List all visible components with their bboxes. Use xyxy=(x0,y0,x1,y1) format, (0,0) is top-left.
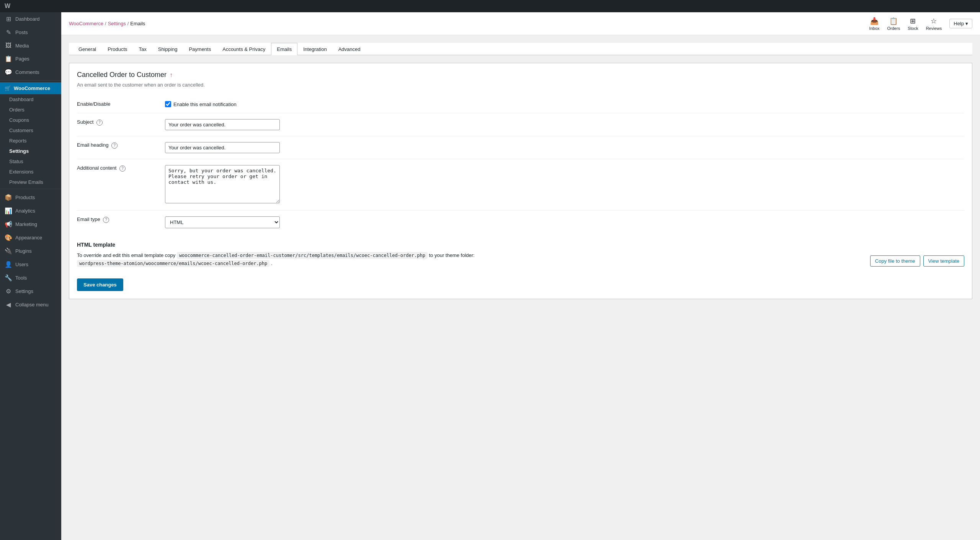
plugins-icon: 🔌 xyxy=(5,247,12,255)
sidebar-item-label: Collapse menu xyxy=(15,302,49,308)
sidebar-item-tools[interactable]: 🔧 Tools xyxy=(0,271,61,285)
breadcrumb-current: Emails xyxy=(130,21,145,26)
tab-tax[interactable]: Tax xyxy=(133,43,152,55)
sidebar-item-pages[interactable]: 📋 Pages xyxy=(0,52,61,65)
inbox-icon: 📥 xyxy=(870,17,879,25)
tab-shipping[interactable]: Shipping xyxy=(152,43,183,55)
sidebar-item-woo-customers[interactable]: Customers xyxy=(0,125,61,136)
comments-icon: 💬 xyxy=(5,69,12,76)
breadcrumb-settings[interactable]: Settings xyxy=(108,21,126,26)
form-title-text: Cancelled Order to Customer xyxy=(77,71,167,79)
section-description: An email sent to the customer when an or… xyxy=(77,82,964,88)
sidebar-item-woo-settings[interactable]: Settings xyxy=(0,146,61,156)
sidebar-item-comments[interactable]: 💬 Comments xyxy=(0,65,61,79)
view-template-button[interactable]: View template xyxy=(923,255,964,267)
help-label: Help xyxy=(954,21,964,26)
orders-label: Orders xyxy=(887,26,900,31)
sidebar-item-woo-status[interactable]: Status xyxy=(0,156,61,167)
additional-content-help-icon[interactable]: ? xyxy=(119,165,126,172)
woo-label: WooCommerce xyxy=(14,85,50,91)
inbox-action[interactable]: 📥 Inbox xyxy=(869,17,880,31)
marketing-icon: 📢 xyxy=(5,221,12,228)
tab-general[interactable]: General xyxy=(73,43,102,55)
settings-icon: ⚙ xyxy=(5,288,12,295)
breadcrumb-woocommerce[interactable]: WooCommerce xyxy=(69,21,103,26)
enable-checkbox-label[interactable]: Enable this email notification xyxy=(165,101,960,107)
section-title: Cancelled Order to Customer ↑ xyxy=(77,71,964,79)
sidebar-item-woo-preview-emails[interactable]: Preview Emails xyxy=(0,177,61,187)
tab-integration[interactable]: Integration xyxy=(297,43,332,55)
sidebar-item-woo-reports[interactable]: Reports xyxy=(0,136,61,146)
sidebar-item-appearance[interactable]: 🎨 Appearance xyxy=(0,231,61,244)
tab-accounts-privacy[interactable]: Accounts & Privacy xyxy=(217,43,271,55)
sidebar: ⊞ Dashboard ✎ Posts 🖼 Media 📋 Pages 💬 Co… xyxy=(0,12,61,540)
reviews-action[interactable]: ☆ Reviews xyxy=(926,17,942,31)
email-heading-input[interactable] xyxy=(165,142,280,153)
top-header: WooCommerce / Settings / Emails 📥 Inbox … xyxy=(61,12,980,35)
enable-checkbox[interactable] xyxy=(165,101,171,107)
settings-tabs: General Products Tax Shipping Payments A… xyxy=(69,43,972,55)
template-section-title: HTML template xyxy=(77,242,964,248)
appearance-icon: 🎨 xyxy=(5,234,12,241)
sidebar-item-users[interactable]: 👤 Users xyxy=(0,258,61,271)
email-type-select[interactable]: HTML Plain text Multipart xyxy=(165,216,280,228)
tab-payments[interactable]: Payments xyxy=(183,43,217,55)
breadcrumb-sep-2: / xyxy=(127,21,129,26)
stock-icon: ⊞ xyxy=(910,17,916,25)
dashboard-icon: ⊞ xyxy=(5,15,12,23)
sidebar-item-dashboard[interactable]: ⊞ Dashboard xyxy=(0,12,61,26)
sidebar-item-collapse[interactable]: ◀ Collapse menu xyxy=(0,298,61,311)
back-icon[interactable]: ↑ xyxy=(170,72,173,79)
sidebar-item-label: Settings xyxy=(15,288,33,294)
woocommerce-header[interactable]: 🛒 WooCommerce xyxy=(0,82,61,94)
help-button[interactable]: Help ▾ xyxy=(949,19,972,28)
stock-action[interactable]: ⊞ Stock xyxy=(908,17,918,31)
sidebar-item-plugins[interactable]: 🔌 Plugins xyxy=(0,244,61,258)
form-section: Cancelled Order to Customer ↑ An email s… xyxy=(69,63,972,299)
email-heading-label: Email heading xyxy=(77,142,108,148)
sidebar-item-label: Posts xyxy=(15,29,28,35)
template-path-row: To override and edit this email template… xyxy=(77,252,964,271)
table-row-subject: Subject ? xyxy=(77,113,964,136)
email-type-help-icon[interactable]: ? xyxy=(103,217,109,223)
period-text: . xyxy=(271,260,273,266)
copy-file-button[interactable]: Copy file to theme xyxy=(870,255,920,267)
sidebar-item-woo-dashboard[interactable]: Dashboard xyxy=(0,94,61,105)
sidebar-item-products[interactable]: 📦 Products xyxy=(0,191,61,204)
table-row-enable: Enable/Disable Enable this email notific… xyxy=(77,95,964,113)
sidebar-item-posts[interactable]: ✎ Posts xyxy=(0,26,61,39)
email-heading-help-icon[interactable]: ? xyxy=(111,142,118,149)
sidebar-item-label: Products xyxy=(15,195,35,200)
posts-icon: ✎ xyxy=(5,29,12,36)
sidebar-item-label: Comments xyxy=(15,69,39,75)
sidebar-item-label: Plugins xyxy=(15,248,32,254)
additional-content-textarea[interactable]: Sorry, but your order was cancelled. Ple… xyxy=(165,165,280,203)
orders-icon: 📋 xyxy=(889,17,898,25)
tab-emails[interactable]: Emails xyxy=(271,43,297,55)
additional-content-label: Additional content xyxy=(77,165,116,171)
sidebar-item-analytics[interactable]: 📊 Analytics xyxy=(0,204,61,218)
admin-bar: W xyxy=(0,0,980,12)
pages-icon: 📋 xyxy=(5,55,12,62)
subject-help-icon[interactable]: ? xyxy=(96,119,103,126)
subject-input[interactable] xyxy=(165,119,280,130)
users-icon: 👤 xyxy=(5,261,12,268)
wp-logo: W xyxy=(5,3,10,10)
sidebar-item-label: Pages xyxy=(15,56,29,62)
subject-label: Subject xyxy=(77,119,93,125)
save-changes-button[interactable]: Save changes xyxy=(77,278,123,291)
products-icon: 📦 xyxy=(5,194,12,201)
sidebar-item-media[interactable]: 🖼 Media xyxy=(0,39,61,52)
sidebar-item-woo-coupons[interactable]: Coupons xyxy=(0,115,61,125)
sidebar-item-woo-orders[interactable]: Orders xyxy=(0,105,61,115)
sidebar-item-marketing[interactable]: 📢 Marketing xyxy=(0,218,61,231)
sidebar-item-settings[interactable]: ⚙ Settings xyxy=(0,285,61,298)
tab-products[interactable]: Products xyxy=(102,43,133,55)
woo-icon: 🛒 xyxy=(5,85,11,91)
orders-action[interactable]: 📋 Orders xyxy=(887,17,900,31)
enable-checkbox-text: Enable this email notification xyxy=(173,101,237,107)
email-type-label: Email type xyxy=(77,216,100,222)
tab-advanced[interactable]: Advanced xyxy=(333,43,366,55)
collapse-icon: ◀ xyxy=(5,301,12,308)
sidebar-item-woo-extensions[interactable]: Extensions xyxy=(0,167,61,177)
